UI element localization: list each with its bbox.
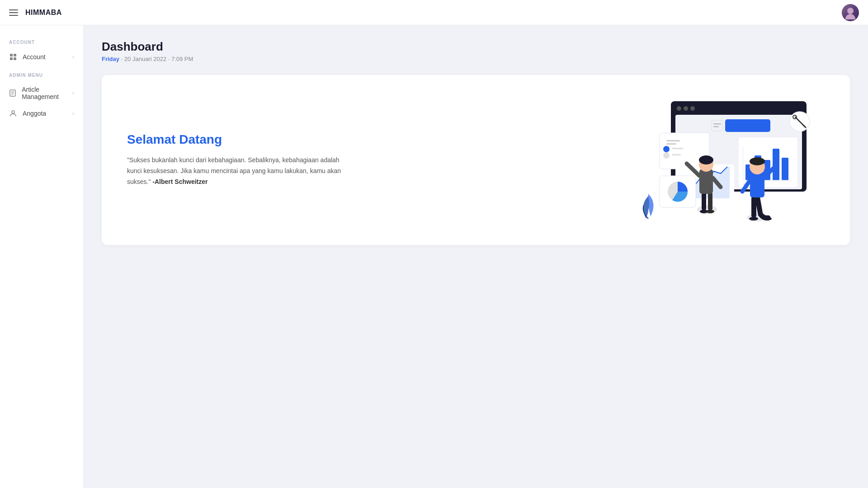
sidebar-item-account-label: Account	[23, 53, 46, 61]
page-subtitle-date: · 20 Januari 2022 · 7:09 PM	[121, 56, 193, 62]
sidebar-item-anggota-left: Anggota	[9, 109, 46, 117]
svg-point-19	[663, 152, 670, 159]
navbar-left: HIMMABA	[9, 9, 62, 17]
sidebar-item-article-left: Article Management	[9, 86, 72, 100]
navbar: HIMMABA	[0, 0, 868, 25]
dashboard-illustration	[635, 97, 825, 223]
svg-rect-3	[14, 57, 16, 60]
svg-rect-44	[708, 192, 712, 211]
sidebar-item-anggota[interactable]: Anggota ›	[0, 105, 83, 122]
svg-rect-22	[712, 120, 723, 131]
svg-point-47	[699, 155, 713, 164]
avatar-image	[842, 4, 859, 21]
page-subtitle: Friday · 20 Januari 2022 · 7:09 PM	[102, 56, 850, 62]
welcome-text: Selamat Datang "Sukses bukanlah kunci da…	[127, 132, 344, 187]
svg-point-8	[12, 111, 14, 113]
grid-icon	[9, 53, 17, 61]
person-icon	[9, 109, 17, 117]
page-title: Dashboard	[102, 40, 850, 54]
svg-rect-21	[725, 119, 770, 132]
svg-rect-20	[672, 154, 681, 155]
svg-point-60	[763, 217, 772, 221]
sidebar-item-article-label: Article Management	[22, 86, 72, 100]
hamburger-icon[interactable]	[9, 9, 18, 16]
svg-point-51	[706, 210, 714, 213]
svg-point-42	[697, 205, 717, 214]
svg-rect-24	[713, 126, 719, 127]
sidebar-item-account[interactable]: Account ›	[0, 48, 83, 66]
svg-rect-45	[699, 169, 713, 194]
welcome-heading: Selamat Datang	[127, 132, 344, 147]
avatar[interactable]	[842, 4, 859, 21]
sidebar-item-article-management[interactable]: Article Management ›	[0, 81, 83, 105]
svg-rect-23	[713, 123, 721, 125]
chevron-right-icon-article: ›	[72, 90, 74, 96]
svg-point-11	[684, 106, 688, 111]
svg-point-17	[663, 146, 670, 152]
welcome-card: Selamat Datang "Sukses bukanlah kunci da…	[102, 75, 850, 245]
svg-rect-0	[10, 54, 13, 56]
illustration-svg	[635, 97, 825, 223]
svg-rect-16	[666, 143, 676, 145]
welcome-quote: "Sukses bukanlah kunci dari kebahagiaan.…	[127, 155, 344, 187]
doc-icon	[9, 89, 16, 97]
welcome-author: -Albert Schweitzer	[151, 178, 208, 185]
svg-rect-43	[702, 192, 706, 211]
svg-point-10	[677, 106, 681, 111]
svg-rect-2	[10, 57, 13, 60]
sidebar: ACCOUNT Account › ADMIN MENU	[0, 25, 84, 488]
sidebar-item-anggota-label: Anggota	[23, 110, 46, 117]
page-subtitle-day: Friday	[102, 56, 119, 62]
svg-point-12	[690, 106, 695, 111]
sidebar-section-account-label: ACCOUNT	[0, 40, 83, 48]
main-content: Dashboard Friday · 20 Januari 2022 · 7:0…	[84, 25, 868, 488]
chevron-right-icon-account: ›	[72, 54, 74, 60]
chevron-right-icon-anggota: ›	[72, 110, 74, 117]
svg-rect-29	[773, 149, 779, 180]
svg-rect-18	[672, 148, 683, 149]
layout: ACCOUNT Account › ADMIN MENU	[0, 25, 868, 488]
svg-rect-30	[782, 158, 788, 180]
svg-point-59	[749, 217, 758, 221]
svg-point-56	[750, 157, 765, 165]
brand-name: HIMMABA	[25, 9, 62, 17]
sidebar-item-account-left: Account	[9, 53, 46, 61]
sidebar-section-adminmenu-label: ADMIN MENU	[0, 73, 83, 81]
svg-rect-54	[750, 171, 764, 197]
svg-rect-15	[666, 140, 680, 141]
svg-rect-1	[14, 54, 16, 56]
